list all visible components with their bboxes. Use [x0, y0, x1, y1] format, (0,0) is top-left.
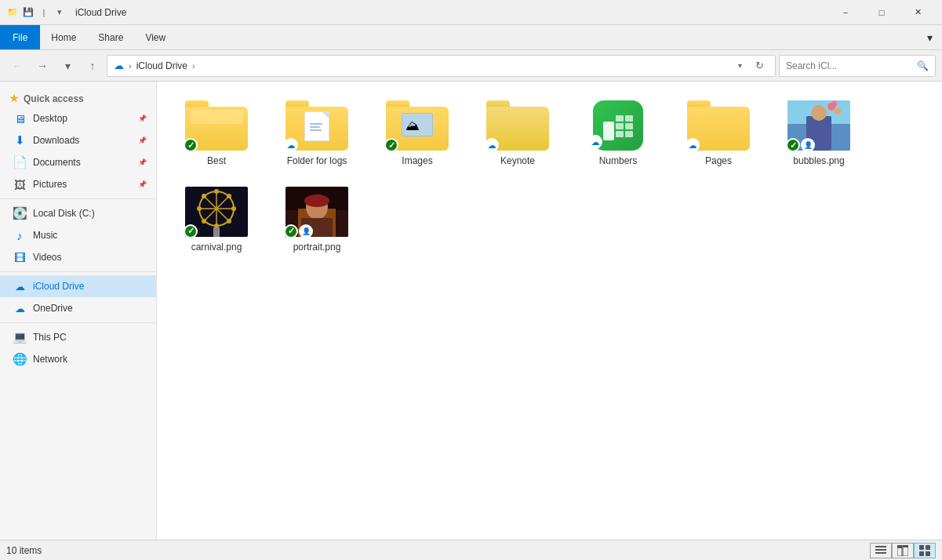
sidebar-divider-3	[0, 322, 156, 323]
documents-icon: 📄	[13, 155, 27, 169]
portrait-sync-badges: ✓ 👤	[284, 224, 313, 238]
address-refresh-button[interactable]: ↻	[750, 56, 769, 75]
quick-access-label: Quick access	[24, 93, 84, 104]
back-button[interactable]: ←	[6, 55, 28, 77]
bubbles-label: bubbles.png	[793, 155, 844, 168]
svg-rect-28	[213, 227, 220, 237]
file-item-images[interactable]: ✓ Images	[370, 94, 464, 174]
sidebar-item-downloads[interactable]: ⬇ Downloads 📌	[0, 129, 156, 151]
menu-view[interactable]: View	[134, 25, 176, 49]
sidebar-item-label-thispc: This PC	[33, 332, 67, 343]
svg-rect-0	[603, 122, 614, 140]
large-icons-view-icon	[919, 545, 930, 556]
svg-point-27	[227, 219, 231, 224]
file-item-numbers[interactable]: ☁ Numbers	[571, 94, 665, 174]
music-icon: ♪	[13, 229, 27, 242]
title-bar-icons: 📁 💾 | ▾	[6, 6, 66, 19]
minimize-button[interactable]: −	[827, 0, 864, 25]
pages-label: Pages	[705, 155, 732, 168]
title-app-icon: 📁	[6, 6, 19, 19]
best-label: Best	[207, 155, 226, 168]
thispc-icon: 💻	[13, 330, 27, 344]
svg-rect-40	[897, 545, 902, 548]
address-field[interactable]: ☁ › iCloud Drive › ▾ ↻	[107, 55, 776, 77]
svg-rect-44	[919, 551, 924, 556]
title-qat-save[interactable]: 💾	[22, 6, 35, 19]
sidebar-item-label-downloads: Downloads	[33, 135, 79, 146]
keynote-icon-wrap: ☁	[486, 100, 549, 151]
carnival-sync-badge: ✓	[184, 224, 198, 238]
icloud-icon: ☁	[13, 281, 27, 293]
portrait-label: portrait.png	[293, 242, 341, 254]
sidebar-item-documents[interactable]: 📄 Documents 📌	[0, 151, 156, 173]
view-large-icons-button[interactable]	[914, 543, 936, 558]
sidebar-item-icloud[interactable]: ☁ iCloud Drive	[0, 275, 156, 297]
sidebar-item-music[interactable]: ♪ Music	[0, 224, 156, 246]
file-item-folder-logs[interactable]: ☁ Folder for logs	[270, 94, 364, 174]
content-area: ✓ Best	[157, 82, 942, 540]
sidebar-item-label-onedrive: OneDrive	[33, 303, 73, 314]
numbers-icon-wrap: ☁	[587, 100, 649, 151]
localdisk-icon: 💽	[13, 206, 27, 220]
window-controls: − □ ✕	[827, 0, 936, 25]
numbers-sync-badge: ☁	[588, 135, 602, 149]
search-icon: 🔍	[917, 60, 929, 71]
menu-home[interactable]: Home	[40, 25, 87, 49]
menu-share[interactable]: Share	[87, 25, 134, 49]
sidebar-item-label-documents: Documents	[33, 157, 81, 168]
view-columns-button[interactable]	[892, 543, 914, 558]
close-button[interactable]: ✕	[900, 0, 936, 25]
bubbles-cloud-badge: 👤	[801, 138, 815, 152]
svg-point-25	[227, 194, 231, 198]
forward-button[interactable]: →	[31, 55, 53, 77]
sidebar-item-desktop[interactable]: 🖥 Desktop 📌	[0, 107, 156, 129]
svg-rect-4	[625, 123, 633, 129]
file-item-carnival[interactable]: ✓ carnival.png	[169, 180, 264, 260]
address-chevron-icon[interactable]: ▾	[738, 61, 742, 70]
view-list-button[interactable]	[870, 543, 892, 558]
sidebar-item-network[interactable]: 🌐 Network	[0, 348, 156, 370]
portrait-user-icon: 👤	[302, 227, 311, 235]
file-item-best[interactable]: ✓ Best	[169, 94, 264, 174]
menu-file[interactable]: File	[0, 25, 40, 49]
window-title: iCloud Drive	[72, 7, 827, 18]
numbers-svg	[600, 107, 636, 144]
up-button[interactable]: ↑	[82, 55, 104, 77]
svg-rect-5	[616, 131, 624, 137]
file-item-pages[interactable]: ☁ Pages	[671, 94, 766, 174]
bubbles-user-icon: 👤	[804, 141, 813, 149]
sidebar-item-onedrive[interactable]: ☁ OneDrive	[0, 297, 156, 319]
bubbles-check-badge: ✓	[786, 138, 800, 152]
svg-rect-35	[875, 546, 886, 547]
cloud-sync-icon: ☁	[287, 141, 295, 150]
sidebar-item-label-music: Music	[33, 230, 57, 241]
maximize-button[interactable]: □	[864, 0, 900, 25]
svg-point-26	[202, 219, 206, 224]
file-item-bubbles[interactable]: ✓ 👤 bubbles.png	[772, 94, 866, 174]
folder-logs-icon-wrap: ☁	[286, 100, 348, 151]
pin-icon-downloads: 📌	[138, 136, 147, 144]
svg-rect-3	[616, 123, 624, 129]
images-overlay	[402, 113, 433, 136]
keynote-label: Keynote	[500, 155, 535, 168]
svg-point-20	[214, 189, 219, 194]
svg-point-22	[197, 206, 202, 211]
onedrive-icon: ☁	[13, 303, 27, 315]
sidebar-item-label-localdisk: Local Disk (C:)	[33, 208, 95, 219]
title-qat-dropdown[interactable]: ▾	[53, 6, 66, 19]
sidebar-section-quick-access: ★ Quick access	[0, 88, 156, 107]
menu-help-button[interactable]: ▾	[917, 25, 942, 50]
main-area: ★ Quick access 🖥 Desktop 📌 ⬇ Downloads 📌…	[0, 82, 942, 540]
carnival-label: carnival.png	[191, 242, 242, 254]
search-input[interactable]	[786, 60, 914, 71]
file-item-keynote[interactable]: ☁ Keynote	[471, 94, 565, 174]
search-box[interactable]: 🔍	[779, 55, 936, 77]
expand-button[interactable]: ▾	[56, 55, 78, 77]
sidebar-item-thispc[interactable]: 💻 This PC	[0, 326, 156, 348]
sidebar-item-label-pictures: Pictures	[33, 179, 67, 190]
sidebar-item-videos[interactable]: 🎞 Videos	[0, 246, 156, 268]
file-item-portrait[interactable]: ✓ 👤 portrait.png	[270, 180, 364, 260]
network-icon: 🌐	[13, 352, 27, 366]
sidebar-item-pictures[interactable]: 🖼 Pictures 📌	[0, 173, 156, 195]
sidebar-item-localdisk[interactable]: 💽 Local Disk (C:)	[0, 202, 156, 224]
